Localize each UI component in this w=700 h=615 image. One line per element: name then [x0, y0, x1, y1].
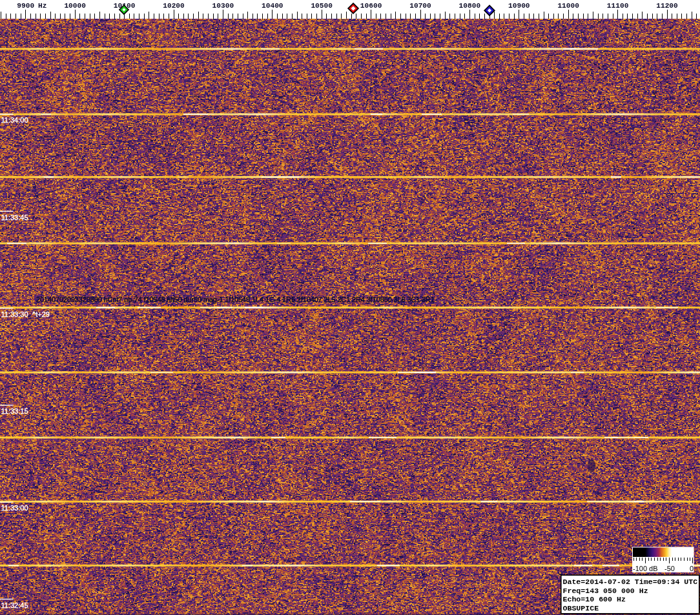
svg-text:10400: 10400 — [262, 2, 283, 10]
svg-text:11000: 11000 — [557, 2, 579, 10]
svg-text:9900: 9900 — [17, 2, 34, 10]
svg-text:10800: 10800 — [459, 2, 481, 10]
svg-text:Freq=143 050 000 Hz: Freq=143 050 000 Hz — [563, 587, 648, 595]
svg-text:Date=2014-07-02 Time=09:34 UTC: Date=2014-07-02 Time=09:34 UTC — [563, 578, 698, 586]
svg-text:Hz: Hz — [38, 2, 46, 10]
svg-text:11200: 11200 — [656, 2, 678, 10]
svg-text:^t+29: ^t+29 — [32, 310, 50, 318]
svg-text:20140702093329880 hCnt7 nb-74: 20140702093329880 hCnt7 nb-74 f10548 hit… — [36, 296, 435, 303]
svg-text:11:33:45: 11:33:45 — [1, 214, 28, 221]
svg-text:11:34:00: 11:34:00 — [1, 116, 28, 124]
svg-text:10200: 10200 — [163, 2, 185, 10]
svg-text:-100 dB: -100 dB — [633, 565, 658, 572]
svg-text:10000: 10000 — [64, 2, 86, 10]
svg-text:-50: -50 — [664, 565, 675, 572]
svg-text:11:33:00: 11:33:00 — [1, 504, 28, 512]
svg-text:11100: 11100 — [607, 2, 629, 10]
svg-text:10600: 10600 — [360, 2, 382, 10]
svg-text:10300: 10300 — [212, 2, 234, 10]
svg-text:10700: 10700 — [409, 2, 431, 10]
svg-text:10900: 10900 — [508, 2, 530, 10]
svg-text:10500: 10500 — [311, 2, 333, 10]
svg-text:0: 0 — [690, 565, 694, 572]
svg-text:Echo=10 600 Hz: Echo=10 600 Hz — [563, 595, 626, 603]
svg-text:11:33:15: 11:33:15 — [1, 407, 28, 415]
svg-text:OBSUPICE: OBSUPICE — [563, 604, 599, 612]
svg-text:11:33:30: 11:33:30 — [1, 310, 28, 318]
svg-text:11:32:45: 11:32:45 — [1, 601, 28, 609]
